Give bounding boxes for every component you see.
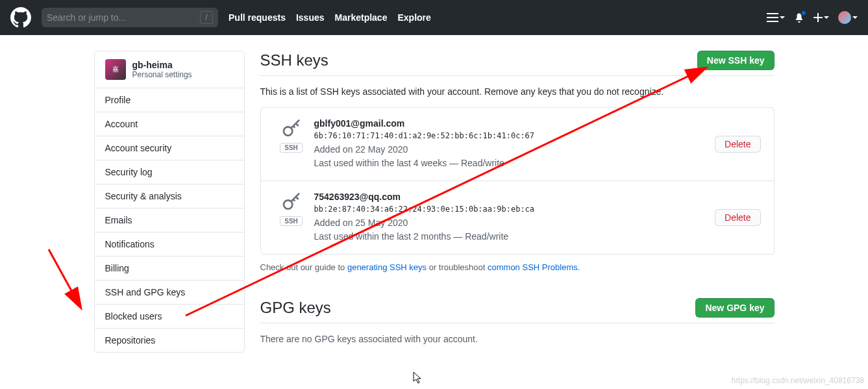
- menu-icon[interactable]: [767, 13, 785, 22]
- nav-issues[interactable]: Issues: [296, 12, 325, 23]
- sidebar-item-notifications[interactable]: Notifications: [95, 232, 244, 257]
- avatar-icon: [838, 11, 851, 24]
- sidebar-item-security-log[interactable]: Security log: [95, 160, 244, 184]
- slash-shortcut-badge: /: [200, 11, 213, 24]
- sidebar-item-security-analysis[interactable]: Security & analysis: [95, 184, 244, 208]
- ssh-key-fingerprint: 6b:76:10:71:71:40:d1:a2:9e:52:bb:6c:1b:4…: [314, 131, 715, 140]
- search-input[interactable]: [47, 12, 200, 23]
- header-right: [767, 11, 858, 24]
- ssh-key-item: SSH 754263923@qq.com bb:2e:87:40:34:a6:2…: [261, 181, 774, 254]
- primary-nav: Pull requests Issues Marketplace Explore: [229, 12, 431, 23]
- common-ssh-problems-link[interactable]: common SSH Problems: [488, 262, 578, 272]
- guide-text: Check out our guide to: [260, 262, 347, 272]
- svg-line-2: [49, 249, 81, 307]
- global-header: / Pull requests Issues Marketplace Explo…: [0, 0, 868, 35]
- gpg-empty-text: There are no GPG keys associated with yo…: [260, 334, 775, 344]
- settings-container: 嘉 gb-heima Personal settings Profile Acc…: [84, 35, 785, 353]
- ssh-key-fingerprint: bb:2e:87:40:34:a6:22:24:93:0e:15:0b:aa:9…: [314, 205, 715, 214]
- notifications-icon[interactable]: [794, 12, 804, 23]
- new-ssh-key-button[interactable]: New SSH key: [697, 51, 775, 70]
- search-bar[interactable]: /: [42, 8, 218, 27]
- ssh-badge: SSH: [280, 216, 303, 226]
- nav-marketplace[interactable]: Marketplace: [335, 12, 388, 23]
- sidebar-item-blocked-users[interactable]: Blocked users: [95, 305, 244, 329]
- sidebar-subtitle: Personal settings: [132, 70, 192, 79]
- ssh-key-added: Added on 22 May 2020: [314, 143, 715, 157]
- sidebar-item-ssh-gpg-keys[interactable]: SSH and GPG keys: [95, 281, 244, 305]
- ssh-key-title: gblfy001@gmail.com: [314, 118, 715, 129]
- sidebar-username: gb-heima: [132, 60, 192, 70]
- ssh-title: SSH keys: [260, 51, 329, 69]
- delete-ssh-key-button[interactable]: Delete: [715, 136, 760, 153]
- user-avatar-icon: 嘉: [105, 59, 126, 80]
- new-gpg-key-button[interactable]: New GPG key: [695, 298, 774, 318]
- ssh-key-item: SSH gblfy001@gmail.com 6b:76:10:71:71:40…: [261, 108, 774, 181]
- nav-pull-requests[interactable]: Pull requests: [229, 12, 286, 23]
- sidebar-item-repositories[interactable]: Repositories: [95, 329, 244, 352]
- add-menu-icon[interactable]: [813, 13, 829, 22]
- ssh-description: This is a list of SSH keys associated wi…: [260, 86, 775, 97]
- ssh-key-list: SSH gblfy001@gmail.com 6b:76:10:71:71:40…: [260, 107, 775, 255]
- sidebar-item-emails[interactable]: Emails: [95, 208, 244, 232]
- key-icon: [281, 118, 302, 139]
- key-icon: [281, 192, 302, 212]
- sidebar-item-account[interactable]: Account: [95, 112, 244, 136]
- github-logo-icon[interactable]: [10, 7, 31, 28]
- ssh-key-added: Added on 25 May 2020: [314, 216, 715, 230]
- ssh-key-last-used: Last used within the last 2 months — Rea…: [314, 230, 715, 244]
- sidebar-item-profile[interactable]: Profile: [95, 88, 244, 112]
- key-icon-column: SSH: [274, 118, 309, 153]
- delete-ssh-key-button[interactable]: Delete: [715, 209, 760, 226]
- gpg-section-head: GPG keys New GPG key: [260, 298, 775, 323]
- sidebar-header: 嘉 gb-heima Personal settings: [95, 51, 244, 88]
- generating-ssh-keys-link[interactable]: generating SSH keys: [347, 262, 427, 272]
- sidebar-item-account-security[interactable]: Account security: [95, 136, 244, 160]
- ssh-badge: SSH: [280, 143, 303, 153]
- ssh-key-last-used: Last used within the last 4 weeks — Read…: [314, 157, 715, 170]
- avatar-menu[interactable]: [838, 11, 858, 24]
- nav-explore[interactable]: Explore: [397, 12, 430, 23]
- ssh-guide: Check out our guide to generating SSH ke…: [260, 262, 775, 272]
- key-icon-column: SSH: [274, 192, 309, 226]
- guide-text: .: [578, 262, 580, 272]
- ssh-section-head: SSH keys New SSH key: [260, 51, 775, 76]
- guide-text: or troubleshoot: [427, 262, 488, 272]
- ssh-key-title: 754263923@qq.com: [314, 192, 715, 202]
- settings-main: SSH keys New SSH key This is a list of S…: [260, 51, 775, 353]
- sidebar-item-billing[interactable]: Billing: [95, 257, 244, 281]
- unread-dot: [800, 10, 807, 16]
- settings-sidebar: 嘉 gb-heima Personal settings Profile Acc…: [94, 51, 245, 353]
- gpg-title: GPG keys: [260, 299, 331, 317]
